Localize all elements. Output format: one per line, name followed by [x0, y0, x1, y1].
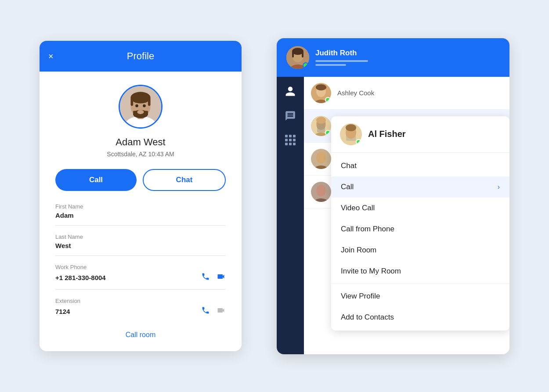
menu-items: Chat Call › Video Call Call from Phone: [331, 153, 509, 331]
menu-item-call-from-phone[interactable]: Call from Phone: [331, 219, 509, 240]
profile-card-body: Adam West Scottsdale, AZ 10:43 AM Call C…: [40, 72, 242, 351]
header-avatar: [286, 46, 309, 69]
context-menu-header: Al Fisher: [331, 116, 509, 153]
last-name-label: Last Name: [55, 234, 226, 240]
chat-button[interactable]: Chat: [143, 169, 226, 191]
right-body: Ashley Cook Al Fisher: [277, 77, 509, 354]
nav-chat-icon[interactable]: [285, 110, 296, 122]
extension-value: 7124: [55, 308, 70, 315]
menu-item-call-from-phone-label: Call from Phone: [341, 225, 394, 234]
phone-icon[interactable]: [201, 272, 210, 283]
contact-avatar: [311, 83, 331, 103]
first-name-field: First Name Adam: [55, 203, 226, 226]
menu-divider: [331, 284, 509, 284]
menu-item-video-call[interactable]: Video Call: [331, 198, 509, 219]
right-header-info: Judith Roth: [315, 49, 500, 66]
menu-item-join-room-label: Join Room: [341, 246, 376, 255]
context-contact-name: Al Fisher: [368, 129, 406, 139]
header-online-dot: [303, 62, 309, 68]
menu-item-call-label: Call: [341, 183, 354, 191]
header-bar-long: [315, 60, 368, 62]
extension-video-icon[interactable]: [216, 306, 226, 317]
extension-field: Extension 7124: [55, 298, 226, 323]
context-online-dot: [356, 139, 361, 145]
menu-item-add-contacts[interactable]: Add to Contacts: [331, 307, 509, 328]
svg-point-7: [135, 104, 138, 108]
svg-point-4: [130, 92, 150, 103]
work-phone-label: Work Phone: [55, 264, 226, 270]
contact-name: Ashley Cook: [337, 89, 374, 97]
svg-rect-16: [292, 51, 294, 58]
context-avatar: [340, 123, 362, 145]
right-panel-header: Judith Roth: [277, 38, 509, 77]
svg-point-8: [143, 104, 146, 108]
menu-item-call[interactable]: Call ›: [331, 176, 509, 198]
video-icon[interactable]: [216, 272, 226, 283]
svg-rect-17: [302, 51, 303, 58]
profile-card: × Profile: [40, 41, 242, 351]
work-phone-value: +1 281-330-8004: [55, 274, 106, 281]
contact-online-dot: [325, 130, 331, 136]
sidebar-nav: [277, 77, 304, 354]
svg-point-29: [316, 152, 326, 163]
svg-point-11: [137, 110, 144, 114]
menu-item-chat[interactable]: Chat: [331, 155, 509, 176]
context-menu: Al Fisher Chat Call › Video Call: [331, 116, 509, 331]
avatar-wrap: [55, 85, 226, 129]
menu-item-video-call-label: Video Call: [341, 204, 375, 212]
extension-icons: [201, 306, 226, 317]
svg-point-32: [316, 185, 326, 196]
work-phone-icons: [201, 272, 226, 283]
last-name-value: West: [55, 242, 226, 249]
svg-rect-5: [130, 97, 133, 106]
work-phone-row: +1 281-330-8004: [55, 272, 226, 283]
extension-row: 7124: [55, 306, 226, 317]
person-name: Adam West: [55, 137, 226, 148]
action-buttons: Call Chat: [55, 169, 226, 191]
profile-card-header: × Profile: [40, 41, 242, 72]
svg-point-36: [346, 124, 356, 131]
contact-avatar: [311, 149, 331, 169]
list-item[interactable]: Ashley Cook: [304, 77, 509, 110]
nav-contacts-icon[interactable]: [285, 86, 296, 97]
first-name-label: First Name: [55, 203, 226, 210]
first-name-value: Adam: [55, 212, 226, 219]
header-bar-short: [315, 64, 346, 66]
contact-online-dot: [325, 97, 331, 103]
chevron-right-icon: ›: [498, 183, 500, 191]
menu-item-chat-label: Chat: [341, 162, 357, 170]
contact-avatar: [311, 182, 331, 202]
menu-item-join-room[interactable]: Join Room: [331, 240, 509, 261]
menu-item-view-profile-label: View Profile: [341, 292, 380, 301]
profile-title: Profile: [127, 50, 154, 62]
contact-avatar: [311, 116, 331, 136]
close-button[interactable]: ×: [48, 52, 54, 61]
menu-item-view-profile[interactable]: View Profile: [331, 286, 509, 307]
person-location: Scottsdale, AZ 10:43 AM: [55, 151, 226, 158]
last-name-field: Last Name West: [55, 234, 226, 256]
avatar: [119, 85, 163, 129]
svg-point-21: [316, 84, 326, 90]
menu-item-add-contacts-label: Add to Contacts: [341, 313, 394, 322]
nav-grid-icon[interactable]: [285, 135, 296, 145]
contacts-area: Ashley Cook Al Fisher: [304, 77, 509, 354]
right-header-name: Judith Roth: [315, 49, 500, 58]
svg-rect-6: [148, 97, 151, 106]
right-panel: Judith Roth: [277, 38, 509, 354]
menu-item-invite-room-label: Invite to My Room: [341, 267, 401, 276]
menu-item-invite-room[interactable]: Invite to My Room: [331, 261, 509, 282]
work-phone-field: Work Phone +1 281-330-8004: [55, 264, 226, 290]
extension-label: Extension: [55, 298, 226, 304]
right-header-bars: [315, 60, 500, 66]
call-room-link[interactable]: Call room: [55, 331, 226, 339]
extension-phone-icon[interactable]: [201, 306, 210, 317]
svg-point-26: [316, 117, 326, 124]
call-button[interactable]: Call: [55, 169, 137, 191]
